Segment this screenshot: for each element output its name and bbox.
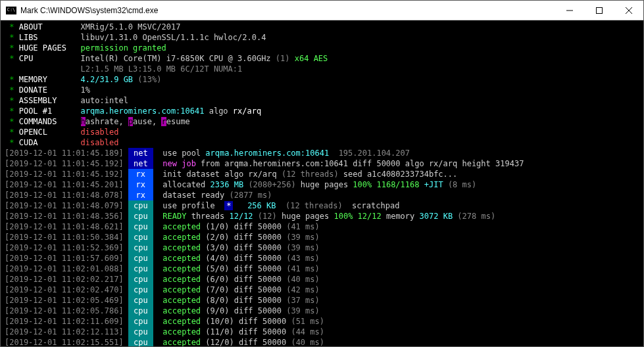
cmd-icon: C:\ — [6, 7, 16, 14]
title-bar: C:\ Mark C:\WINDOWS\system32\cmd.exe — [1, 1, 643, 20]
window-title: Mark C:\WINDOWS\system32\cmd.exe — [20, 6, 555, 15]
window-controls — [555, 1, 643, 20]
console-output[interactable]: * ABOUT XMRig/5.1.0 MSVC/2017 * LIBS lib… — [1, 20, 643, 346]
window: C:\ Mark C:\WINDOWS\system32\cmd.exe * A… — [0, 0, 644, 347]
close-button[interactable] — [614, 1, 643, 20]
minimize-button[interactable] — [555, 1, 584, 20]
svg-rect-1 — [596, 7, 602, 13]
maximize-button[interactable] — [584, 1, 614, 20]
